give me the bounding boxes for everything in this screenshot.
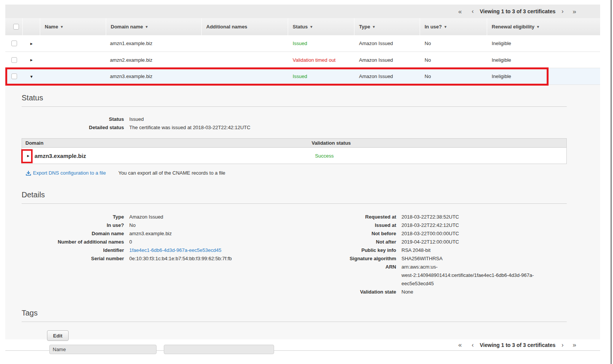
field-label: Type <box>22 213 124 221</box>
cell-in-use: No <box>420 41 487 46</box>
validated-domain-name: amzn3.example.biz <box>34 153 86 159</box>
last-page-icon[interactable]: » <box>573 342 576 348</box>
select-all-checkbox[interactable] <box>13 24 19 30</box>
pagination-label: Viewing 1 to 3 of 3 certificates <box>480 342 556 348</box>
field-value: 2018-03-22T22:38:52UTC <box>401 213 459 221</box>
field-label: Not after <box>341 238 396 246</box>
field-value: 0 <box>129 238 132 246</box>
cell-renewal-eligibility: Ineligible <box>487 73 600 79</box>
export-dns-hint: You can export all of the CNAME records … <box>118 170 225 176</box>
field-label: Issued at <box>341 221 396 230</box>
column-header-status[interactable]: Status▾ <box>288 18 354 35</box>
sort-icon: ▾ <box>373 25 375 29</box>
field-label: Number of additional names <box>22 238 124 246</box>
export-dns-link[interactable]: Export DNS configuration to a file <box>26 170 106 176</box>
header-checkbox-cell <box>5 18 23 35</box>
details-fields: TypeAmazon Issued In use?No Domain namea… <box>22 213 567 296</box>
certificates-table-header: Name▾ Domain name▾ Additional names Stat… <box>5 18 600 35</box>
header-expand-cell <box>23 18 40 35</box>
next-page-icon[interactable]: › <box>561 342 563 348</box>
row-checkbox[interactable] <box>11 57 17 63</box>
field-label: Signature algorithm <box>341 255 396 263</box>
collapse-row-icon[interactable]: ▾ <box>30 74 33 79</box>
sort-icon: ▾ <box>310 25 312 29</box>
cell-domain-name: amzn1.example.biz <box>106 41 202 46</box>
field-value: 2018-03-22T22:42:12UTC <box>401 221 459 230</box>
sort-icon: ▾ <box>445 25 447 29</box>
last-page-icon[interactable]: » <box>573 8 576 15</box>
tags-section-title: Tags <box>22 304 567 322</box>
field-value: RSA 2048-bit <box>401 246 431 255</box>
edit-tags-button[interactable]: Edit <box>47 330 69 341</box>
sort-icon: ▾ <box>61 25 63 29</box>
download-icon <box>26 170 31 176</box>
field-label: In use? <box>22 221 124 230</box>
expand-row-icon[interactable]: ▸ <box>30 41 33 46</box>
certificate-detail-panel: Status Status Issued Detailed status The… <box>5 85 600 339</box>
field-label: Identifier <box>22 246 124 255</box>
export-dns-row: Export DNS configuration to a file You c… <box>26 170 567 176</box>
field-value: 0e:10:30:f3:1c:b4:1e:b7:54:bb:f3:99:62:5… <box>129 255 232 263</box>
tag-name-input[interactable] <box>49 345 157 354</box>
validation-column-status: Validation status <box>312 140 351 146</box>
cell-renewal-eligibility: Ineligible <box>487 41 600 46</box>
expand-row-icon[interactable]: ▸ <box>30 58 33 62</box>
certificate-row-amzn2[interactable]: ▸ amzn2.example.biz Validation timed out… <box>5 52 600 68</box>
field-value: Issued <box>129 115 144 123</box>
certificate-row-amzn3-selected[interactable]: ▾ amzn3.example.biz Issued Amazon Issued… <box>5 68 600 85</box>
cell-in-use: No <box>420 57 487 63</box>
details-section-title: Details <box>22 186 567 204</box>
field-label: Requested at <box>341 213 396 221</box>
column-header-in-use[interactable]: In use?▾ <box>420 18 487 35</box>
certificates-page: « ‹ Viewing 1 to 3 of 3 certificates › »… <box>5 5 600 351</box>
field-label: Public key info <box>341 246 396 255</box>
domain-validation-table: Domain Validation status ▸ amzn3.example… <box>22 138 567 164</box>
sort-icon: ▾ <box>537 25 539 29</box>
tag-value-input[interactable] <box>164 345 274 354</box>
column-header-renewal-eligibility[interactable]: Renewal eligibility▾ <box>487 18 600 35</box>
identifier-link[interactable]: 1fae4ec1-6db6-4d3d-967a-eec5e53ecd45 <box>129 246 221 255</box>
previous-page-icon[interactable]: ‹ <box>472 8 473 14</box>
field-value: No <box>129 221 136 230</box>
cell-renewal-eligibility: Ineligible <box>487 57 600 63</box>
column-header-name[interactable]: Name▾ <box>40 18 106 35</box>
window-edge-line <box>611 0 611 364</box>
first-page-icon[interactable]: « <box>458 342 462 348</box>
row-checkbox[interactable] <box>11 73 17 79</box>
field-label: Serial number <box>22 255 124 263</box>
cell-in-use: No <box>420 73 487 79</box>
field-value: amzn3.example.biz <box>129 230 172 238</box>
expand-domain-icon[interactable]: ▸ <box>27 153 29 158</box>
field-label: Domain name <box>22 230 124 238</box>
field-value: The certificate was issued at 2018-03-22… <box>129 123 250 132</box>
certificate-row-amzn1[interactable]: ▸ amzn1.example.biz Issued Amazon Issued… <box>5 35 600 52</box>
field-value: Amazon Issued <box>129 213 163 221</box>
row-checkbox[interactable] <box>11 41 17 46</box>
field-label: Validation state <box>341 288 396 296</box>
cell-type: Amazon Issued <box>354 41 420 46</box>
status-section-title: Status <box>22 89 567 107</box>
validation-column-domain: Domain <box>22 140 312 146</box>
cell-domain-name: amzn3.example.biz <box>106 73 202 79</box>
first-page-icon[interactable]: « <box>458 8 462 15</box>
field-label: Detailed status <box>22 123 124 132</box>
field-value: None <box>401 288 413 296</box>
column-header-domain-name[interactable]: Domain name▾ <box>106 18 202 35</box>
field-value: 2019-04-22T12:00:00UTC <box>401 238 459 246</box>
next-page-icon[interactable]: › <box>561 8 563 14</box>
cell-status: Issued <box>288 73 354 79</box>
sort-icon: ▾ <box>146 25 147 29</box>
cell-domain-name: amzn2.example.biz <box>106 57 202 63</box>
field-value: 2018-03-22T00:00:00UTC <box>401 230 459 238</box>
field-label: Status <box>22 115 124 123</box>
pagination-bar-top: « ‹ Viewing 1 to 3 of 3 certificates › » <box>5 5 600 18</box>
arn-value: arn:aws:acm:us- west-2:140948901414:cert… <box>401 263 534 288</box>
column-header-type[interactable]: Type▾ <box>354 18 420 35</box>
status-fields: Status Issued Detailed status The certif… <box>22 115 567 132</box>
field-value: SHA256WITHRSA <box>401 255 442 263</box>
previous-page-icon[interactable]: ‹ <box>472 342 473 348</box>
cell-type: Amazon Issued <box>354 57 420 63</box>
cell-status: Issued <box>288 41 354 46</box>
cell-status: Validation timed out <box>288 57 354 63</box>
cell-type: Amazon Issued <box>354 73 420 79</box>
